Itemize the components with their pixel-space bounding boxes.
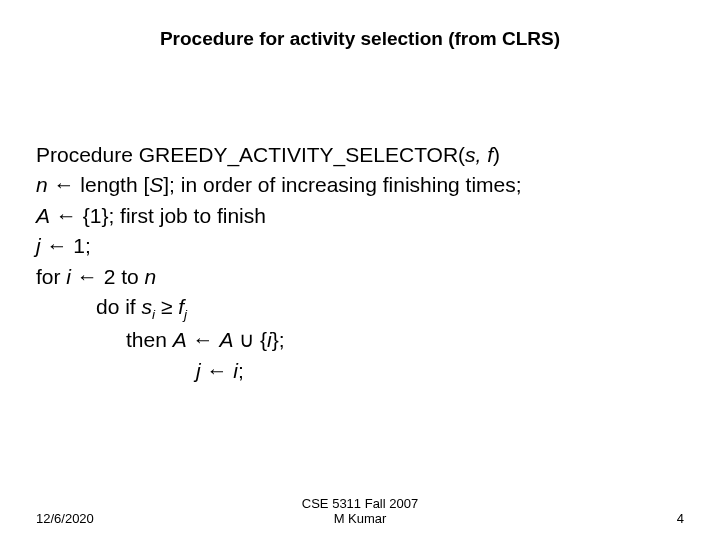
assign-arrow-2: ← (50, 204, 83, 227)
assign-arrow-6: ← (201, 359, 234, 382)
assign-arrow-3: ← (41, 234, 74, 257)
var-A: A (36, 204, 50, 227)
one-text: 1; (73, 234, 91, 257)
assign-arrow: ← (48, 173, 81, 196)
set1-text: {1}; first job to finish (83, 204, 266, 227)
footer-course-2: M Kumar (146, 511, 574, 526)
var-A3: A (219, 328, 233, 351)
footer-center: CSE 5311 Fall 2007 M Kumar (146, 496, 574, 526)
cup: ∪ { (233, 328, 267, 351)
footer-date: 12/6/2020 (36, 511, 146, 526)
len-tail: ]; in order of increasing finishing time… (163, 173, 521, 196)
then-text: then (126, 328, 173, 351)
sig-post: ) (493, 143, 500, 166)
line-j-i: j ← i; (36, 356, 686, 386)
slide-title: Procedure for activity selection (from C… (0, 28, 720, 50)
semi: ; (238, 359, 244, 382)
assign-arrow-5: ← (187, 328, 220, 351)
slide: Procedure for activity selection (from C… (0, 0, 720, 540)
do-if: do if (96, 295, 142, 318)
var-A2: A (173, 328, 187, 351)
pseudocode-block: Procedure GREEDY_ACTIVITY_SELECTOR(s, f)… (36, 140, 686, 386)
footer-page: 4 (574, 511, 684, 526)
brace-semi: }; (272, 328, 285, 351)
sig-pre: Procedure GREEDY_ACTIVITY_SELECTOR( (36, 143, 465, 166)
for-pre: for (36, 265, 66, 288)
var-s: s (142, 295, 153, 318)
var-S: S (149, 173, 163, 196)
footer-course-1: CSE 5311 Fall 2007 (146, 496, 574, 511)
two-to: 2 to (104, 265, 145, 288)
line-then: then A ← A ∪ {i}; (36, 325, 686, 355)
line-for: for i ← 2 to n (36, 262, 686, 292)
geq: ≥ (155, 295, 178, 318)
var-n: n (36, 173, 48, 196)
line-doif: do if si ≥ fj (36, 292, 686, 325)
line-j: j ← 1; (36, 231, 686, 261)
len-text: length [ (80, 173, 149, 196)
sub-j: j (184, 307, 187, 322)
sig-args: s, f (465, 143, 493, 166)
proc-signature: Procedure GREEDY_ACTIVITY_SELECTOR(s, f) (36, 140, 686, 170)
line-A: A ← {1}; first job to finish (36, 201, 686, 231)
line-n: n ← length [S]; in order of increasing f… (36, 170, 686, 200)
var-n2: n (145, 265, 157, 288)
footer: 12/6/2020 CSE 5311 Fall 2007 M Kumar 4 (36, 496, 684, 526)
assign-arrow-4: ← (71, 265, 104, 288)
